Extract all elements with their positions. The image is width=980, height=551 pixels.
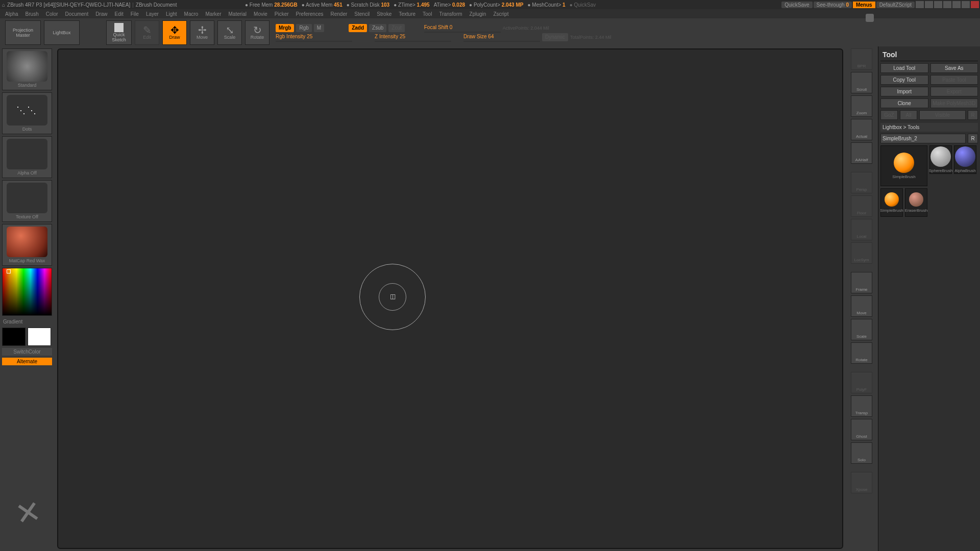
scale-mode-button[interactable]: ⤡Scale [217, 20, 242, 45]
edit-mode-button[interactable]: ✎Edit [135, 20, 159, 45]
palette-pin-icon[interactable] [866, 14, 874, 22]
switch-color-button[interactable]: SwitchColor [2, 348, 52, 356]
nav-scale[interactable]: Scale [851, 319, 872, 340]
see-through-slider[interactable]: See-through 0 [814, 2, 852, 8]
rgb-toggle[interactable]: Rgb [296, 24, 311, 32]
menu-document[interactable]: Document [65, 11, 89, 17]
color-picker[interactable] [2, 268, 52, 316]
minimize-icon[interactable] [952, 1, 961, 8]
nav-rotate[interactable]: Rotate [851, 342, 872, 364]
save-as-button[interactable]: Save As [930, 63, 978, 73]
rgb-intensity-slider[interactable]: Rgb Intensity 25 [276, 34, 362, 41]
alternate-button[interactable]: Alternate [2, 358, 52, 365]
window-icon[interactable] [925, 1, 933, 8]
mrgb-toggle[interactable]: Mrgb [276, 24, 294, 32]
draw-mode-button[interactable]: ✥Draw [162, 20, 187, 45]
quick-sketch-button[interactable]: Quick Sketch [106, 20, 132, 45]
nav-locsym[interactable]: LocSym [851, 242, 872, 264]
menu-picker[interactable]: Picker [275, 11, 289, 17]
nav-solo[interactable]: Solo [851, 442, 872, 464]
alpha-selector[interactable]: Alpha Off [2, 136, 52, 178]
menu-render[interactable]: Render [331, 11, 348, 17]
menu-alpha[interactable]: Alpha [5, 11, 18, 17]
lightbox-tools-section[interactable]: Lightbox > Tools [880, 123, 978, 132]
nav-floor[interactable]: Floor [851, 195, 872, 217]
nav-aahalf[interactable]: AAHalf [851, 142, 872, 164]
texture-selector[interactable]: Texture Off [2, 180, 52, 222]
primary-color[interactable] [28, 328, 51, 346]
brush-selector[interactable]: Standard [2, 48, 52, 90]
window-icon[interactable] [916, 1, 924, 8]
window-icon[interactable] [934, 1, 942, 8]
menu-file[interactable]: File [131, 11, 139, 17]
menu-stroke[interactable]: Stroke [377, 11, 391, 17]
import-button[interactable]: Import [880, 87, 928, 96]
menu-movie[interactable]: Movie [254, 11, 267, 17]
maximize-icon[interactable] [962, 1, 970, 8]
menu-zplugin[interactable]: Zplugin [470, 11, 486, 17]
tool-thumbnail[interactable]: EraserBrush [905, 188, 927, 217]
menu-transform[interactable]: Transform [439, 11, 462, 17]
nav-xpose[interactable]: Xpose [851, 472, 872, 493]
material-selector[interactable]: MatCap Red Wax [2, 224, 52, 266]
home-icon[interactable]: ⌂ [2, 2, 5, 8]
menu-preferences[interactable]: Preferences [296, 11, 324, 17]
copy-tool-button[interactable]: Copy Tool [880, 75, 928, 85]
tool-r[interactable]: R [968, 134, 978, 143]
quicksave-button[interactable]: QuickSave [781, 2, 812, 8]
dynamic-toggle[interactable]: Dynamic [542, 33, 568, 41]
nav-frame[interactable]: Frame [851, 272, 872, 293]
active-points: ActivePoints: 2.044 Mil [503, 26, 549, 31]
m-toggle[interactable]: M [314, 24, 324, 32]
secondary-color[interactable] [2, 328, 26, 346]
nav-local[interactable]: Local [851, 219, 872, 240]
nav-move[interactable]: Move [851, 295, 872, 317]
z-intensity-slider[interactable]: Z Intensity 25 [375, 34, 461, 41]
tool-thumbnail[interactable]: SimpleBrush [880, 145, 927, 186]
projection-master-button[interactable]: Projection Master [5, 20, 41, 45]
draw-size-slider[interactable]: Draw Size 64 [463, 34, 540, 41]
tool-thumbnail[interactable]: SimpleBrush [880, 188, 903, 217]
menu-marker[interactable]: Marker [205, 11, 221, 17]
tool-thumbnail[interactable]: SphereBrush [929, 145, 952, 174]
nav-polyf[interactable]: PolyF [851, 372, 872, 393]
clone-button[interactable]: Clone [880, 98, 928, 108]
nav-transp[interactable]: Transp [851, 395, 872, 417]
menu-zscript[interactable]: Zscript [493, 11, 508, 17]
menu-texture[interactable]: Texture [399, 11, 415, 17]
focal-shift-slider[interactable]: Focal Shift 0 [424, 24, 501, 32]
menu-edit[interactable]: Edit [115, 11, 124, 17]
gradient-toggle[interactable]: Gradient [2, 318, 53, 325]
lightbox-button[interactable]: LightBox [44, 20, 80, 45]
zadd-toggle[interactable]: Zadd [349, 24, 367, 32]
nav-ghost[interactable]: Ghost [851, 419, 872, 440]
nav-bpr[interactable]: BPR [851, 48, 872, 70]
menu-layer[interactable]: Layer [146, 11, 159, 17]
nav-zoom[interactable]: Zoom [851, 95, 872, 117]
menu-brush[interactable]: Brush [26, 11, 39, 17]
move-mode-button[interactable]: ✢Move [190, 20, 214, 45]
nav-scroll[interactable]: Scroll [851, 72, 872, 93]
menu-tool[interactable]: Tool [423, 11, 432, 17]
rotate-mode-button[interactable]: ↻Rotate [245, 20, 270, 45]
window-icon[interactable] [943, 1, 951, 8]
nav-actual[interactable]: Actual [851, 119, 872, 140]
current-tool-name[interactable]: SimpleBrush_2 [880, 134, 966, 143]
tool-thumbnail[interactable]: AlphaBrush [954, 145, 976, 174]
menu-stencil[interactable]: Stencil [354, 11, 370, 17]
menu-draw[interactable]: Draw [95, 11, 107, 17]
default-zscript[interactable]: DefaultZScript [876, 2, 915, 8]
close-icon[interactable] [971, 1, 979, 8]
menus-toggle[interactable]: Menus [853, 2, 875, 8]
menu-macro[interactable]: Macro [184, 11, 199, 17]
load-tool-button[interactable]: Load Tool [880, 63, 928, 73]
menu-light[interactable]: Light [166, 11, 177, 17]
menu-color[interactable]: Color [46, 11, 58, 17]
nav-persp[interactable]: Persp [851, 172, 872, 193]
stroke-selector[interactable]: ⋱⋱Dots [2, 92, 52, 134]
document-canvas[interactable]: ◫ [57, 48, 843, 549]
zsub-toggle[interactable]: Zsub [369, 24, 386, 32]
app-title: ZBrush 4R7 P3 [x64][SIUH-QEYF-QWEO-LJTI-… [7, 2, 130, 8]
menu-material[interactable]: Material [229, 11, 247, 17]
tool-header[interactable]: Tool [880, 48, 978, 61]
